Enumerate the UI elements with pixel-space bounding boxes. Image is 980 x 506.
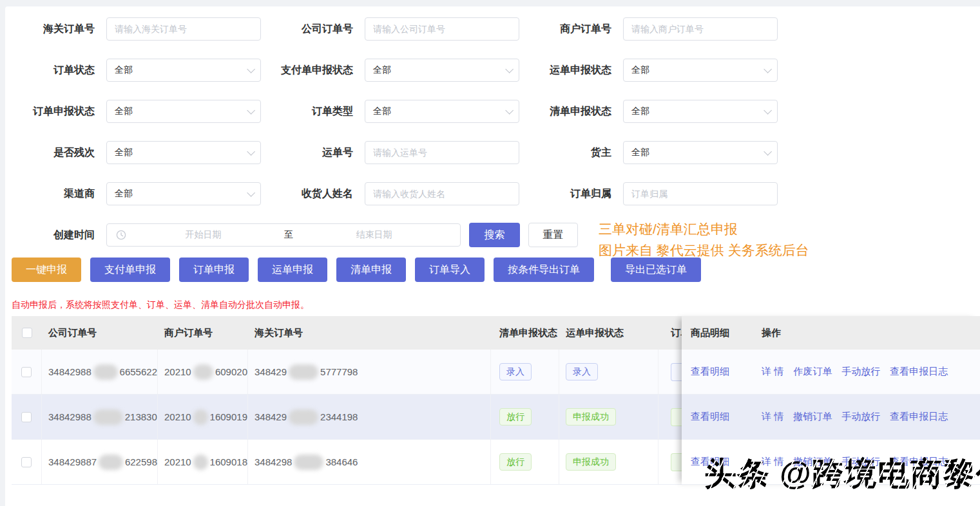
customs-order-no-label: 海关订单号 (12, 23, 106, 36)
channel-select[interactable]: 全部 (106, 182, 261, 205)
customs-order-no-input[interactable] (106, 17, 261, 41)
detail-link[interactable]: 详 情 (762, 366, 783, 378)
channel-label: 渠道商 (12, 187, 106, 201)
waybill-declare-button[interactable]: 运单申报 (258, 258, 327, 282)
waybill-status-badge: 申报成功 (566, 453, 616, 471)
defective-select[interactable]: 全部 (106, 141, 261, 164)
merchant-order-no-input[interactable] (623, 17, 778, 41)
row-checkbox[interactable] (21, 412, 32, 422)
header-merchant-order-no: 商户订单号 (158, 316, 248, 350)
order-status-label: 订单状态 (12, 64, 106, 77)
waybill-no-label: 运单号 (261, 146, 365, 160)
redaction-blur (289, 364, 318, 380)
pay-declare-button[interactable]: 支付单申报 (90, 258, 170, 282)
customs-order-cell: 3484292344198 (248, 395, 491, 439)
redaction-blur (93, 409, 123, 425)
fixed-row: 查看明细 详 情 作废订单 手动放行 查看申报日志 (682, 350, 980, 395)
view-detail-link[interactable]: 查看明细 (691, 366, 729, 377)
header-product-detail: 商品明细 (682, 327, 762, 339)
order-status-value: 全部 (115, 64, 133, 76)
list-declare-button[interactable]: 清单申报 (336, 258, 406, 282)
company-order-cell: 34842988213830 (42, 395, 158, 439)
row-checkbox[interactable] (21, 457, 32, 467)
redaction-blur (289, 409, 318, 425)
company-order-cell: 348429887622598 (42, 440, 158, 484)
view-declare-log-link[interactable]: 查看申报日志 (890, 366, 948, 378)
list-declare-status-select[interactable]: 全部 (623, 100, 778, 123)
select-all-checkbox[interactable] (22, 328, 32, 338)
annotation-line-1: 三单对碰/清单汇总申报 (599, 218, 809, 239)
chevron-down-icon (247, 189, 255, 197)
redaction-blur (193, 364, 213, 380)
receiver-name-input[interactable] (365, 182, 519, 205)
customs-order-cell: 3484298384646 (248, 440, 491, 484)
toutiao-watermark: 头条 @跨境电商黎代云 (704, 453, 980, 496)
waybill-declare-status-select[interactable]: 全部 (623, 59, 778, 82)
defective-value: 全部 (115, 147, 133, 158)
list-declare-status-value: 全部 (631, 106, 649, 117)
date-range-separator: 至 (280, 229, 297, 241)
header-company-order-no: 公司订单号 (42, 316, 158, 350)
cargo-owner-label: 货主 (519, 146, 623, 160)
chevron-down-icon (505, 65, 514, 73)
cargo-owner-select[interactable]: 全部 (623, 141, 778, 164)
end-date-placeholder[interactable]: 结束日期 (297, 229, 451, 241)
manual-release-link[interactable]: 手动放行 (841, 411, 880, 423)
one-key-declare-button[interactable]: 一键申报 (12, 258, 81, 282)
order-type-select[interactable]: 全部 (365, 100, 519, 123)
manual-release-link[interactable]: 手动放行 (841, 366, 880, 378)
merchant-order-cell: 202101609018 (158, 440, 248, 484)
detail-link[interactable]: 详 情 (762, 411, 783, 423)
header-operations: 操作 (762, 327, 781, 339)
view-declare-log-link[interactable]: 查看申报日志 (890, 411, 948, 423)
view-detail-link[interactable]: 查看明细 (691, 411, 729, 422)
receiver-name-label: 收货人姓名 (261, 187, 365, 201)
company-order-no-label: 公司订单号 (261, 23, 365, 36)
annotation-text: 三单对碰/清单汇总申报 图片来自 黎代云提供 关务系统后台 (599, 218, 809, 261)
order-owner-input[interactable] (623, 182, 778, 205)
company-order-no-input[interactable] (365, 17, 519, 41)
pay-declare-status-select[interactable]: 全部 (365, 59, 519, 82)
reset-button[interactable]: 重置 (528, 223, 578, 247)
merchant-order-cell: 202101609019 (158, 395, 248, 439)
redaction-blur (193, 409, 208, 425)
waybill-status-badge: 申报成功 (566, 408, 616, 426)
void-order-link[interactable]: 作废订单 (793, 366, 832, 378)
merchant-order-cell: 20210609020 (158, 350, 248, 394)
search-button[interactable]: 搜索 (469, 223, 520, 247)
row-checkbox[interactable] (21, 367, 32, 377)
content-panel: 海关订单号 公司订单号 商户订单号 订单状态 全部 支付单申报状态 全部 (5, 6, 980, 506)
chevron-down-icon (247, 147, 255, 156)
list-declare-status-label: 清单申报状态 (519, 105, 623, 118)
action-bar: 一键申报 支付单申报 订单申报 运单申报 清单申报 订单导入 按条件导出订单 导… (12, 258, 980, 282)
waybill-status-badge: 录入 (566, 363, 598, 380)
waybill-no-input[interactable] (365, 141, 519, 164)
create-time-label: 创建时间 (12, 229, 106, 242)
order-declare-button[interactable]: 订单申报 (179, 258, 249, 282)
channel-value: 全部 (115, 188, 133, 200)
revoke-order-link[interactable]: 撤销订单 (793, 411, 832, 423)
redaction-blur (294, 454, 323, 470)
redaction-blur (99, 454, 123, 470)
chevron-down-icon (247, 65, 255, 73)
create-time-range[interactable]: 开始日期 至 结束日期 (106, 223, 461, 247)
waybill-declare-status-value: 全部 (631, 64, 649, 76)
header-customs-order-no: 海关订单号 (248, 316, 491, 350)
export-selected-button[interactable]: 导出已选订单 (611, 258, 701, 282)
clock-icon (116, 230, 126, 240)
pay-declare-status-label: 支付单申报状态 (261, 64, 365, 77)
list-status-badge: 放行 (499, 453, 532, 471)
order-import-button[interactable]: 订单导入 (415, 258, 485, 282)
filter-row-6: 创建时间 开始日期 至 结束日期 搜索 重置 三单对碰/清单汇总申报 图片来自 … (12, 223, 980, 247)
order-type-label: 订单类型 (261, 105, 365, 118)
header-waybill-declare-status: 运单申报状态 (559, 316, 658, 350)
order-declare-status-select[interactable]: 全部 (106, 100, 261, 123)
order-type-value: 全部 (373, 106, 391, 117)
order-status-select[interactable]: 全部 (106, 59, 261, 82)
filter-row-3: 订单申报状态 全部 订单类型 全部 清单申报状态 全部 (12, 100, 980, 123)
pay-declare-status-value: 全部 (373, 64, 391, 76)
start-date-placeholder[interactable]: 开始日期 (126, 229, 280, 241)
export-by-condition-button[interactable]: 按条件导出订单 (494, 258, 594, 282)
chevron-down-icon (505, 106, 514, 115)
order-owner-label: 订单归属 (519, 187, 623, 201)
